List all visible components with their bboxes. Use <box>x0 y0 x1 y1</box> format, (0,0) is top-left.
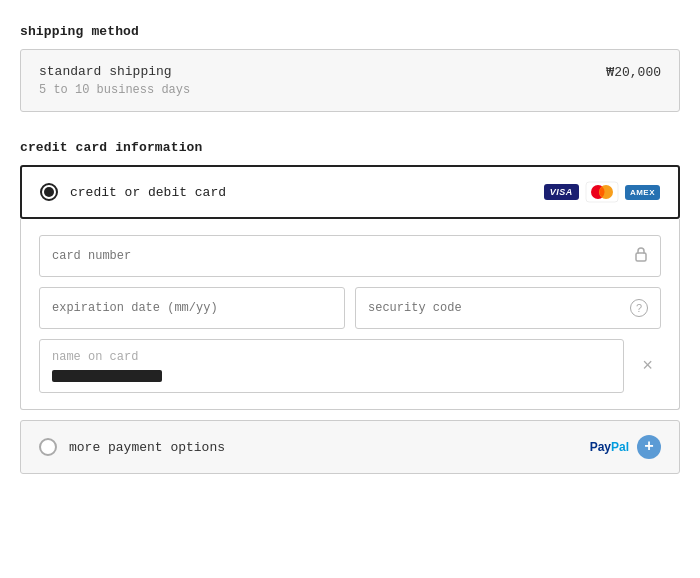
more-payment-label: more payment options <box>69 440 225 455</box>
security-code-field[interactable]: ? <box>355 287 661 329</box>
expiration-field[interactable] <box>39 287 345 329</box>
name-on-card-field[interactable]: name on card <box>39 339 624 393</box>
credit-option-label: credit or debit card <box>40 183 226 201</box>
amex-logo: AMEX <box>625 185 660 200</box>
more-payment-left: more payment options <box>39 438 225 456</box>
question-icon[interactable]: ? <box>630 299 648 317</box>
credit-card-section: credit card information credit or debit … <box>20 140 680 410</box>
more-payment-right: PayPal + <box>590 435 661 459</box>
shipping-method-box: standard shipping 5 to 10 business days … <box>20 49 680 112</box>
exp-security-row: ? <box>39 287 661 329</box>
shipping-info: standard shipping 5 to 10 business days <box>39 64 190 97</box>
name-placeholder: name on card <box>52 350 138 364</box>
card-number-input[interactable] <box>52 249 626 263</box>
name-row: name on card × <box>39 339 661 393</box>
shipping-section-label: shipping method <box>20 24 680 39</box>
credit-section-label: credit card information <box>20 140 680 155</box>
name-value-redacted <box>52 370 162 382</box>
card-fields-box: ? name on card × <box>20 219 680 410</box>
expiration-input[interactable] <box>52 301 332 315</box>
card-number-row <box>39 235 661 277</box>
clear-name-icon[interactable]: × <box>642 356 653 376</box>
credit-debit-option[interactable]: credit or debit card VISA AMEX <box>20 165 680 219</box>
shipping-title: standard shipping <box>39 64 190 79</box>
shipping-section: shipping method standard shipping 5 to 1… <box>20 24 680 112</box>
more-payment-box[interactable]: more payment options PayPal + <box>20 420 680 474</box>
card-number-field[interactable] <box>39 235 661 277</box>
visa-logo: VISA <box>544 184 579 200</box>
lock-icon <box>634 246 648 266</box>
shipping-subtitle: 5 to 10 business days <box>39 83 190 97</box>
credit-radio-button[interactable] <box>40 183 58 201</box>
paypal-logo: PayPal <box>590 440 629 454</box>
svg-rect-3 <box>636 253 646 261</box>
credit-option-text: credit or debit card <box>70 185 226 200</box>
shipping-price: ₩20,000 <box>606 64 661 80</box>
add-payment-button[interactable]: + <box>637 435 661 459</box>
more-payment-radio[interactable] <box>39 438 57 456</box>
security-code-input[interactable] <box>368 301 622 315</box>
mastercard-logo <box>585 181 619 203</box>
card-logos: VISA AMEX <box>544 181 660 203</box>
